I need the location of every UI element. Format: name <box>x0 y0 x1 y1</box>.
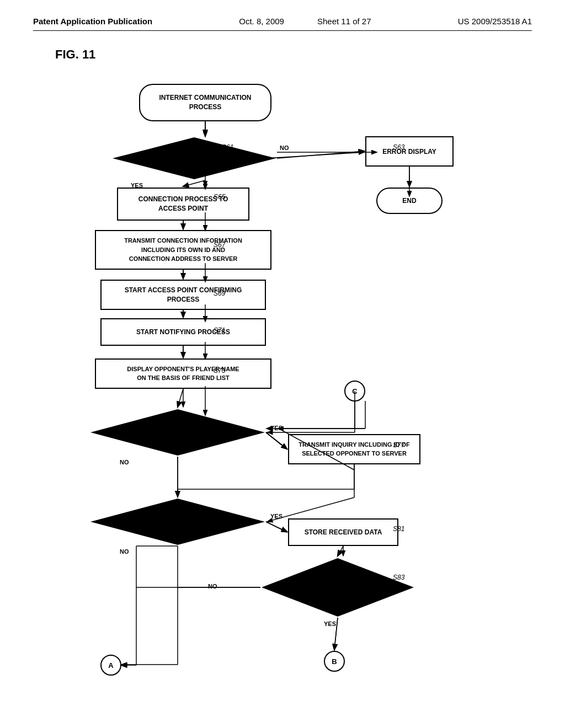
decision-s83: ISCONNECTION ADDRESSOF SELECTED OPPONENT… <box>260 557 415 618</box>
decision-s75-text: IS OPPONENT SELECTED FROMFRIEND LIST? <box>130 425 225 441</box>
svg-line-65 <box>338 546 343 556</box>
process-s73-text: DISPLAY OPPONENT'S PLAYER NAMEON THE BAS… <box>127 365 239 382</box>
svg-line-22 <box>266 152 364 158</box>
connector-b-text: B <box>332 657 337 666</box>
page: Patent Application Publication Oct. 8, 2… <box>0 0 565 728</box>
yn-s83-no: NO <box>208 583 217 590</box>
header-center: Oct. 8, 2009 Sheet 11 of 27 <box>239 17 371 26</box>
decision-s61-text: IS ACCESS POINT PRESENT? <box>147 154 242 163</box>
svg-line-53 <box>178 389 183 407</box>
process-s65: CONNECTION PROCESS TOACCESS POINT <box>117 188 249 221</box>
figure-label: FIG. 11 <box>55 47 532 62</box>
sheet-info: Sheet 11 of 27 <box>317 17 371 26</box>
process-s69: START ACCESS POINT CONFIRMINGPROCESS <box>100 280 266 310</box>
connector-a: A <box>100 655 121 676</box>
decision-s83-text: ISCONNECTION ADDRESSOF SELECTED OPPONENT… <box>300 571 375 604</box>
yn-s79-no: NO <box>120 548 129 555</box>
process-s81-text: STORE RECEIVED DATA <box>305 528 382 536</box>
yn-s61-no: NO <box>280 144 289 151</box>
connector-c: C <box>344 381 365 402</box>
process-s77: TRANSMIT INQUIRY INCLUDING ID OFSELECTED… <box>288 434 420 464</box>
process-s73: DISPLAY OPPONENT'S PLAYER NAMEON THE BAS… <box>95 358 271 389</box>
flowchart: INTERNET COMMUNICATIONPROCESS S61 IS ACC… <box>45 73 520 724</box>
connector-c-text: C <box>352 387 357 395</box>
process-s71: START NOTIFYING PROCESS <box>100 318 266 346</box>
svg-line-56 <box>266 432 287 449</box>
publication-date: Oct. 8, 2009 <box>239 17 284 26</box>
svg-line-32 <box>266 432 286 449</box>
decision-s79-text: IS INQUIRY RESULT RECEIVEDFROM SERVER? <box>132 514 223 530</box>
process-s81: STORE RECEIVED DATA <box>288 518 398 546</box>
error-text: ERROR DISPLAY <box>382 148 436 156</box>
patent-number: US 2009/253518 A1 <box>458 17 532 26</box>
decision-s61: IS ACCESS POINT PRESENT? <box>111 136 277 180</box>
svg-line-47 <box>277 151 364 158</box>
svg-line-46 <box>183 180 205 186</box>
process-s65-text: CONNECTION PROCESS TOACCESS POINT <box>138 195 228 213</box>
end-terminal: END <box>376 188 443 214</box>
yn-s79-yes: YES <box>270 513 282 520</box>
process-s67: TRANSMIT CONNECTION INFORMATIONINCLUDING… <box>95 230 271 270</box>
process-s71-text: START NOTIFYING PROCESS <box>136 328 230 336</box>
publication-label: Patent Application Publication <box>33 17 152 26</box>
start-text: INTERNET COMMUNICATIONPROCESS <box>159 93 251 112</box>
yn-s83-yes: YES <box>324 620 336 627</box>
error-display: ERROR DISPLAY <box>365 136 454 167</box>
process-s69-text: START ACCESS POINT CONFIRMINGPROCESS <box>125 286 242 304</box>
process-s77-text: TRANSMIT INQUIRY INCLUDING ID OFSELECTED… <box>299 441 410 458</box>
svg-line-34 <box>266 432 287 449</box>
decision-s75: IS OPPONENT SELECTED FROMFRIEND LIST? <box>89 408 266 457</box>
svg-line-31 <box>266 432 287 449</box>
svg-line-61 <box>266 522 287 532</box>
connector-a-text: A <box>108 661 113 670</box>
yn-s75-no: NO <box>120 459 129 465</box>
svg-line-37 <box>266 522 287 532</box>
process-s67-text: TRANSMIT CONNECTION INFORMATIONINCLUDING… <box>124 236 242 264</box>
decision-s79: IS INQUIRY RESULT RECEIVEDFROM SERVER? <box>89 497 266 546</box>
end-text: END <box>402 197 416 205</box>
page-header: Patent Application Publication Oct. 8, 2… <box>33 17 532 31</box>
yn-s75-yes: YES <box>270 425 282 431</box>
connector-b: B <box>324 651 345 672</box>
start-terminal: INTERNET COMMUNICATIONPROCESS <box>139 84 271 121</box>
